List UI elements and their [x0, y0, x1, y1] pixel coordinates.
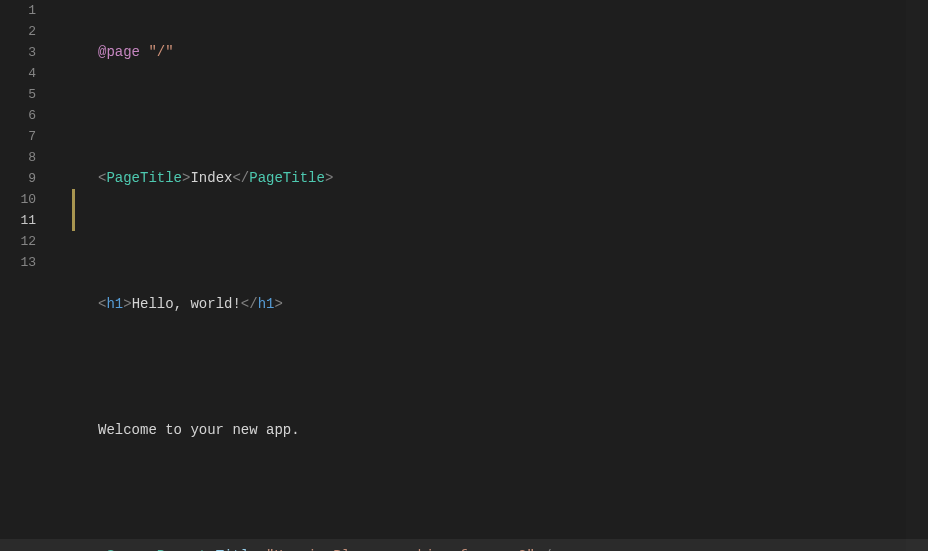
- razor-directive: @page: [98, 44, 140, 60]
- horizontal-scrollbar[interactable]: [0, 539, 928, 551]
- line-number-gutter: 1 2 3 4 5 6 7 8 9 10 11 12 13: [0, 0, 62, 551]
- tag-text: Index: [190, 170, 232, 186]
- line-number: 4: [0, 63, 62, 84]
- tag-text: Hello, world!: [132, 296, 241, 312]
- html-tag: h1: [106, 296, 123, 312]
- plain-text: Welcome to your new app.: [98, 422, 300, 438]
- line-number: 2: [0, 21, 62, 42]
- code-line[interactable]: <h1>Hello, world!</h1>: [98, 294, 928, 315]
- html-tag: h1: [258, 296, 275, 312]
- line-number: 8: [0, 147, 62, 168]
- line-number: 12: [0, 231, 62, 252]
- line-number: 9: [0, 168, 62, 189]
- code-line[interactable]: <PageTitle>Index</PageTitle>: [98, 168, 928, 189]
- code-content[interactable]: @page "/" <PageTitle>Index</PageTitle> <…: [62, 0, 928, 551]
- line-number: 7: [0, 126, 62, 147]
- code-line[interactable]: @page "/": [98, 42, 928, 63]
- line-number: 3: [0, 42, 62, 63]
- string-literal: "/": [148, 44, 173, 60]
- line-number: 10: [0, 189, 62, 210]
- line-number: 13: [0, 252, 62, 273]
- component-tag: PageTitle: [106, 170, 182, 186]
- code-line[interactable]: [98, 483, 928, 504]
- code-line[interactable]: Welcome to your new app.: [98, 420, 928, 441]
- line-number-active: 11: [0, 210, 62, 231]
- code-line[interactable]: [98, 357, 928, 378]
- line-number: 1: [0, 0, 62, 21]
- line-number: 6: [0, 105, 62, 126]
- minimap[interactable]: [906, 0, 928, 551]
- line-number: 5: [0, 84, 62, 105]
- code-line[interactable]: [98, 231, 928, 252]
- code-line[interactable]: [98, 105, 928, 126]
- code-editor[interactable]: 1 2 3 4 5 6 7 8 9 10 11 12 13 @page "/" …: [0, 0, 928, 551]
- component-tag: PageTitle: [249, 170, 325, 186]
